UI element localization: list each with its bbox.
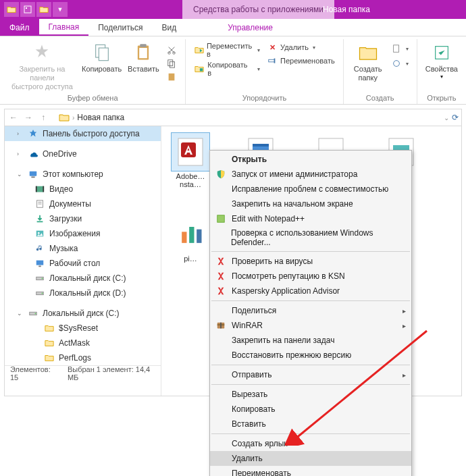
qat-properties-icon[interactable]: [20, 2, 35, 17]
folder-icon: [44, 338, 55, 348]
svg-rect-6: [140, 48, 148, 58]
properties-button[interactable]: Свойства ▾: [423, 41, 461, 81]
svg-rect-18: [30, 171, 37, 176]
cm-share[interactable]: Поделиться▸: [210, 303, 411, 318]
new-item-small[interactable]: ▾: [388, 42, 411, 55]
cut-small-button[interactable]: [163, 43, 180, 57]
cm-restore[interactable]: Восстановить прежнюю версию: [210, 348, 411, 363]
delete-button[interactable]: ✕ Удалить▾: [264, 41, 338, 54]
refresh-icon[interactable]: ⟳: [452, 113, 459, 122]
tab-view[interactable]: Вид: [152, 19, 186, 36]
qat-dropdown-icon[interactable]: ▼: [53, 2, 68, 17]
rename-button[interactable]: Переименовать: [264, 54, 338, 68]
svg-rect-41: [253, 144, 269, 147]
sidebar-local-c-root[interactable]: ⌄ Локальный диск (C:): [5, 306, 161, 321]
sidebar-pictures[interactable]: Изображения: [5, 226, 161, 241]
cm-pin-taskbar[interactable]: Закрепить на панели задач: [210, 333, 411, 348]
cm-scan-virus[interactable]: Проверить на вирусы: [210, 254, 411, 269]
file-name: Adobe… nsta…: [168, 172, 213, 188]
tab-manage[interactable]: Управление: [218, 19, 282, 36]
new-group-label: Создать: [349, 92, 411, 104]
svg-rect-11: [169, 74, 175, 81]
sidebar-local-c[interactable]: Локальный диск (C:): [5, 271, 161, 286]
sidebar-music[interactable]: Музыка: [5, 241, 161, 256]
copy-label: Копировать: [82, 65, 122, 74]
folder-icon: [44, 323, 55, 334]
app-icon: [172, 215, 209, 253]
svg-rect-38: [181, 142, 196, 157]
svg-rect-12: [200, 68, 203, 71]
quick-access-toolbar: ▼: [0, 2, 68, 17]
svg-rect-51: [220, 323, 222, 329]
chevron-down-icon: ⌄: [17, 310, 24, 317]
sidebar-documents[interactable]: Документы: [5, 196, 161, 211]
copy-button[interactable]: Копировать: [80, 41, 124, 75]
navigation-pane: › Панель быстрого доступа › OneDrive ⌄ Э…: [5, 126, 161, 396]
tab-home[interactable]: Главная: [39, 19, 89, 36]
paste-shortcut-small-button[interactable]: [163, 70, 180, 84]
paste-button[interactable]: Вставить: [124, 41, 162, 75]
cm-edit-npp[interactable]: Edit with Notepad++: [210, 211, 411, 226]
sidebar-perflogs[interactable]: PerfLogs: [5, 350, 161, 365]
menu-separator: [211, 365, 410, 365]
videos-icon: [34, 184, 45, 194]
file-name: pi…: [168, 255, 213, 263]
adobe-installer-icon: [172, 133, 209, 171]
properties-label: Свойства: [425, 65, 458, 74]
svg-point-36: [35, 313, 36, 315]
qat-folder-icon[interactable]: [4, 2, 19, 17]
new-folder-button[interactable]: Создать папку: [349, 41, 387, 84]
cm-cut[interactable]: Вырезать: [210, 387, 411, 396]
cm-pin-start[interactable]: Закрепить на начальном экране: [210, 196, 411, 211]
svg-rect-47: [197, 230, 201, 243]
nav-fwd-icon[interactable]: →: [22, 111, 34, 124]
breadcrumb-dropdown-icon[interactable]: ⌄: [444, 114, 449, 122]
nav-back-icon[interactable]: ←: [7, 111, 20, 124]
breadcrumb-segment[interactable]: Новая папка: [77, 113, 124, 122]
menu-separator: [211, 251, 410, 252]
cm-defender[interactable]: Проверка с использованием Windows Defend…: [210, 226, 411, 249]
svg-rect-0: [24, 6, 31, 13]
cm-winrar[interactable]: WinRAR▸: [210, 318, 411, 333]
svg-rect-48: [217, 215, 225, 223]
tab-share[interactable]: Поделиться: [88, 19, 152, 36]
breadcrumb-separator: ›: [72, 114, 74, 122]
address-bar[interactable]: ← → ↑ › Новая папка ⌄ ⟳: [4, 109, 462, 126]
nav-up-icon[interactable]: ↑: [37, 111, 49, 124]
tab-file[interactable]: Файл: [0, 19, 39, 36]
sidebar-actmask[interactable]: ActMask: [5, 336, 161, 350]
cm-send-to[interactable]: Отправить▸: [210, 367, 411, 382]
cm-run-as-admin[interactable]: Запуск от имени администратора: [210, 167, 411, 182]
sidebar-this-pc[interactable]: ⌄ Этот компьютер: [5, 167, 161, 182]
sidebar-onedrive[interactable]: › OneDrive: [5, 147, 161, 161]
sidebar-videos[interactable]: Видео: [5, 182, 161, 196]
copy-to-button[interactable]: Копировать в▾: [191, 59, 263, 78]
sidebar-desktop[interactable]: Рабочий стол: [5, 256, 161, 271]
cm-ksn[interactable]: Посмотреть репутацию в KSN: [210, 269, 411, 284]
cm-open[interactable]: Открыть: [210, 152, 411, 167]
sidebar-downloads[interactable]: Загрузки: [5, 211, 161, 226]
chevron-right-icon: ▸: [403, 371, 406, 379]
copy-path-small-button[interactable]: [163, 57, 180, 70]
sidebar-quick-access[interactable]: › Панель быстрого доступа: [5, 126, 161, 141]
desktop-icon: [34, 258, 45, 269]
file-item[interactable]: pi…: [168, 215, 213, 263]
cm-troubleshoot[interactable]: Исправление проблем с совместимостью: [210, 182, 411, 196]
sidebar-local-d[interactable]: Локальный диск (D:): [5, 286, 161, 300]
svg-rect-19: [31, 177, 34, 178]
easy-access-small[interactable]: ▾: [388, 57, 411, 70]
svg-rect-10: [170, 61, 175, 68]
sidebar-sysreset[interactable]: $SysReset: [5, 321, 161, 336]
qat-new-icon[interactable]: [36, 2, 51, 17]
pin-quick-access-button[interactable]: Закрепить на панели быстрого доступа: [5, 41, 79, 92]
file-item-selected[interactable]: Adobe… nsta…: [168, 133, 213, 188]
cm-kaspersky[interactable]: Kaspersky Application Advisor: [210, 284, 411, 298]
kaspersky-icon: [214, 286, 228, 296]
kaspersky-icon: [214, 256, 228, 267]
svg-rect-45: [182, 232, 186, 243]
svg-rect-20: [36, 186, 44, 192]
status-selection: Выбран 1 элемент: 14,4 МБ: [68, 365, 155, 381]
move-to-button[interactable]: Переместить в▾: [191, 41, 263, 59]
svg-rect-22: [43, 186, 44, 192]
window-title: Новая папка: [323, 0, 370, 19]
